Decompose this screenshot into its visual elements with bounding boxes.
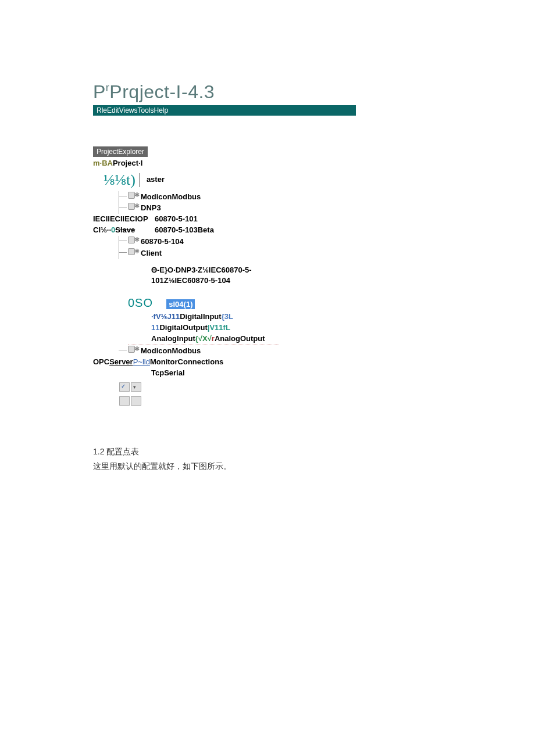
- oso-row[interactable]: 0SO sl04(1): [93, 295, 442, 311]
- tcp-serial-row[interactable]: TcpSerial: [93, 368, 442, 379]
- gear-icon: [128, 202, 138, 210]
- ai: AnalogInput: [151, 334, 195, 343]
- tree-item-dnp3[interactable]: DNP3: [128, 202, 279, 214]
- box-icon[interactable]: [119, 396, 130, 406]
- do-suf: |V11fL: [208, 323, 230, 332]
- gear-icon: [128, 248, 138, 256]
- iec-104: 60870-5-104: [141, 237, 184, 246]
- opc-a: OPC: [93, 357, 109, 366]
- di: DigitalInput: [180, 312, 222, 321]
- tree-item-iec-101[interactable]: IECIIECIIECIOP 60870-5-101: [93, 214, 442, 225]
- tree-item-client[interactable]: Client: [128, 248, 279, 259]
- sl04-highlight: sl04(1): [166, 299, 195, 309]
- dnp3-label: DNP3: [141, 203, 161, 212]
- title-rest: Prqject-I-4.3: [109, 81, 215, 102]
- tree-item-iec-104[interactable]: 60870-5-104: [128, 236, 279, 248]
- gear-icon: [128, 191, 138, 199]
- project-tree: m·BAProject·I ⅛⅛t) aster ModiconModbus D…: [93, 158, 442, 410]
- master-label: aster: [147, 174, 165, 185]
- root-pre: m·: [93, 158, 102, 169]
- app-title: PrPrqject-I-4.3: [93, 81, 442, 103]
- tree-item-modicon-2[interactable]: ModiconModbus: [128, 345, 279, 357]
- io-block: ·fV⅛J11DigitalInput{3L 11DigitalOutput|V…: [93, 311, 244, 345]
- check-icon[interactable]: [119, 382, 130, 392]
- toolbar-icons: [93, 382, 442, 410]
- box-icon[interactable]: [131, 396, 141, 406]
- root-accent: BA: [102, 158, 113, 169]
- tree-item-iec-103[interactable]: CI⅛··0Slave 60870-5-103Beta: [93, 225, 442, 236]
- iec-left: IECIIECIIECIOP: [93, 214, 155, 225]
- section-heading: 1.2 配置点表: [93, 445, 442, 459]
- root-name: Project·I: [113, 158, 142, 169]
- monitor-icon[interactable]: [131, 382, 141, 392]
- di-pre: ·fV⅛J11: [151, 312, 180, 321]
- iec-101: 60870-5-101: [155, 214, 198, 225]
- title-prefix: P: [93, 81, 106, 102]
- do: DigitalOutput: [159, 323, 207, 332]
- tree-divider: [139, 173, 142, 187]
- do-pre: 11: [151, 323, 159, 332]
- digital-input-row[interactable]: ·fV⅛J11DigitalInput{3L: [151, 311, 244, 323]
- menubar[interactable]: RleEditViewsToolsHelp: [93, 105, 356, 116]
- opc-c: MonitorConnections: [150, 357, 223, 366]
- opc-link: P~lld: [133, 357, 150, 366]
- analog-input-row[interactable]: AnalogInput{√X√rAnalogOutput: [151, 334, 244, 345]
- di-suf2: L: [229, 312, 233, 321]
- di-suf: {3: [222, 312, 229, 321]
- ci-c: Slave: [115, 225, 135, 234]
- theta-line: Ɵ-E}O·DNP3·Z⅛IEC60870-5-101Z⅛IEC60870-5-…: [93, 265, 262, 287]
- tcp-label: TcpSerial: [151, 368, 185, 377]
- opc-b: Server: [109, 357, 133, 366]
- iec-103: 60870-5-103Beta: [155, 225, 214, 236]
- section-body: 这里用默认的配置就好，如下图所示。: [93, 459, 442, 474]
- ao: AnalogOutput: [215, 334, 265, 343]
- frac-label: ⅛⅛t): [104, 169, 135, 191]
- client-label: Client: [141, 249, 162, 257]
- digital-output-row[interactable]: 11DigitalOutput|V11fL: [151, 323, 244, 334]
- gear-icon: [128, 345, 138, 353]
- opc-server-row[interactable]: OPCServerP~lldMonitorConnections: [93, 357, 209, 368]
- tree-item-modicon-modbus[interactable]: ModiconModbus: [128, 191, 279, 203]
- oso-label: 0SO: [128, 296, 153, 309]
- modicon-label: ModiconModbus: [141, 192, 201, 201]
- ci-a: CI⅛··: [93, 225, 111, 234]
- gear-icon: [128, 236, 138, 244]
- modicon2-label: ModiconModbus: [141, 346, 201, 355]
- tree-master-row[interactable]: ⅛⅛t) aster: [93, 169, 442, 191]
- project-explorer-label: ProjectExplorer: [93, 146, 148, 157]
- tree-root[interactable]: m·BAProject·I: [93, 158, 442, 169]
- ai-suf: {√X√: [195, 334, 212, 343]
